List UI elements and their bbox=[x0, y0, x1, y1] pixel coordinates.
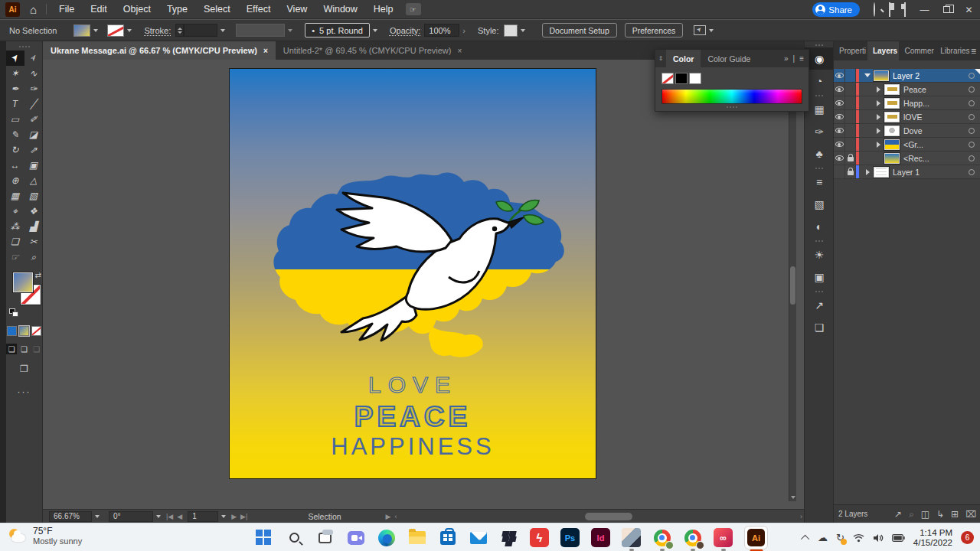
visibility-toggle[interactable] bbox=[834, 110, 845, 123]
layer-thumbnail[interactable] bbox=[884, 98, 900, 109]
artboard-number-field[interactable]: 1 bbox=[188, 511, 218, 522]
task-view-icon[interactable] bbox=[315, 528, 335, 547]
symbols-icon[interactable]: ♣ bbox=[805, 142, 834, 165]
tab-color[interactable]: Color bbox=[666, 50, 701, 67]
panel-resize-grip[interactable] bbox=[662, 106, 802, 108]
opacity-label[interactable]: Opacity: bbox=[390, 26, 420, 35]
hand-tool[interactable]: ☞ bbox=[6, 249, 24, 265]
lock-toggle[interactable] bbox=[845, 138, 856, 151]
notification-badge[interactable]: 6 bbox=[961, 531, 974, 544]
curvature-tool[interactable]: ✑ bbox=[24, 81, 43, 96]
new-layer-icon[interactable]: ⊞ bbox=[951, 509, 959, 520]
visibility-toggle[interactable] bbox=[834, 138, 845, 151]
pen-tool[interactable]: ✒ bbox=[6, 81, 24, 96]
fill-color-well[interactable] bbox=[13, 272, 33, 292]
ukraine-dove-artwork[interactable] bbox=[251, 170, 569, 369]
layer-row-happiness[interactable]: Happ... bbox=[834, 96, 980, 110]
close-tab-icon[interactable]: × bbox=[457, 47, 462, 55]
layer-row-love[interactable]: lOVE bbox=[834, 110, 980, 124]
menu-file[interactable]: File bbox=[59, 4, 74, 15]
share-button[interactable]: Share bbox=[812, 2, 860, 17]
document-tab-inactive[interactable]: Untitled-2* @ 69.45 % (CMYK/CPU Preview)… bbox=[276, 41, 469, 60]
file-explorer-icon[interactable] bbox=[407, 528, 426, 547]
chevron-right-icon[interactable] bbox=[874, 86, 882, 93]
visibility-toggle[interactable] bbox=[834, 96, 845, 109]
graphic-styles-icon[interactable]: ▣ bbox=[805, 266, 834, 288]
layer-thumbnail[interactable] bbox=[884, 84, 900, 95]
lock-toggle[interactable] bbox=[845, 96, 856, 109]
lock-toggle[interactable] bbox=[845, 69, 856, 82]
microsoft-store-icon[interactable] bbox=[438, 528, 457, 547]
zoom-level-field[interactable]: 66.67% bbox=[49, 511, 92, 522]
next-artboard-icon[interactable]: ▶ bbox=[231, 513, 237, 520]
black-swatch[interactable] bbox=[675, 73, 688, 84]
target-circle-icon[interactable] bbox=[969, 142, 975, 148]
visibility-toggle[interactable] bbox=[834, 152, 845, 165]
scroll-left-icon[interactable]: ‹ bbox=[395, 513, 397, 520]
chat-icon[interactable] bbox=[346, 528, 365, 547]
target-circle-icon[interactable] bbox=[969, 114, 975, 120]
canvas[interactable]: LOVE PEACE HAPPINESS bbox=[43, 60, 796, 509]
first-artboard-icon[interactable]: |◀ bbox=[166, 513, 173, 520]
onedrive-icon[interactable]: ☁ bbox=[818, 532, 828, 543]
target-circle-icon[interactable] bbox=[969, 73, 975, 79]
rectangle-tool[interactable]: ▭ bbox=[6, 112, 24, 127]
scroll-down-icon[interactable] bbox=[791, 496, 795, 499]
layer-row-layer1[interactable]: Layer 1 bbox=[834, 165, 980, 179]
make-clipping-mask-icon[interactable]: ◫ bbox=[921, 509, 929, 520]
layer-thumbnail[interactable] bbox=[884, 139, 900, 150]
selection-tools-panel-icon[interactable] bbox=[694, 25, 714, 35]
visibility-toggle[interactable] bbox=[834, 124, 845, 137]
eraser-tool[interactable]: ◪ bbox=[24, 127, 43, 142]
chevron-down-icon[interactable] bbox=[864, 73, 871, 77]
crimea-shape[interactable] bbox=[429, 328, 483, 357]
lasso-tool[interactable]: ∿ bbox=[24, 66, 43, 81]
lock-toggle[interactable] bbox=[845, 110, 856, 123]
lock-toggle[interactable] bbox=[845, 124, 856, 137]
stroke-weight-field[interactable] bbox=[184, 24, 217, 37]
target-circle-icon[interactable] bbox=[969, 128, 975, 134]
style-dropdown-icon[interactable] bbox=[521, 29, 525, 32]
brushes-icon[interactable]: ✑ bbox=[805, 120, 834, 142]
tab-layers[interactable]: Layers bbox=[867, 41, 900, 60]
horizontal-scrollbar-thumb[interactable] bbox=[585, 513, 632, 520]
lightning-app-icon[interactable]: ϟ bbox=[530, 528, 549, 547]
white-swatch[interactable] bbox=[689, 73, 701, 84]
ukraine-map[interactable] bbox=[251, 170, 569, 369]
wifi-icon[interactable] bbox=[853, 533, 864, 543]
sync-icon[interactable]: ↻ bbox=[836, 532, 844, 543]
tab-color-guide[interactable]: Color Guide bbox=[701, 50, 757, 67]
zoom-dropdown-icon[interactable] bbox=[95, 515, 100, 518]
width-tool[interactable]: ↔ bbox=[6, 158, 24, 173]
edge-icon[interactable] bbox=[377, 528, 396, 547]
last-artboard-icon[interactable]: ▶| bbox=[240, 513, 247, 520]
target-circle-icon[interactable] bbox=[969, 100, 975, 106]
layer-thumbnail[interactable] bbox=[874, 70, 889, 81]
fill-swatch[interactable] bbox=[74, 24, 90, 37]
change-screen-mode-icon[interactable]: ❐ bbox=[18, 364, 31, 374]
direct-selection-tool[interactable]: ➢ bbox=[24, 51, 43, 66]
new-sublayer-icon[interactable]: ↳ bbox=[936, 509, 944, 520]
love-text[interactable]: LOVE bbox=[230, 372, 596, 398]
menu-type[interactable]: Type bbox=[167, 4, 188, 15]
edit-toolbar-icon[interactable]: ··· bbox=[6, 386, 42, 397]
vertical-scrollbar-thumb[interactable] bbox=[790, 266, 795, 305]
gradient-button[interactable] bbox=[19, 326, 29, 336]
selection-tool[interactable]: ➤ bbox=[6, 51, 24, 66]
mail-icon[interactable] bbox=[469, 528, 488, 547]
document-setup-button[interactable]: Document Setup bbox=[542, 23, 617, 37]
weather-widget[interactable]: 75°F Mostly sunny bbox=[8, 526, 82, 546]
rotate-tool[interactable]: ↻ bbox=[6, 142, 24, 158]
free-transform-tool[interactable]: ▣ bbox=[24, 158, 43, 173]
clock-widget[interactable]: 1:14 PM 4/15/2022 bbox=[913, 528, 952, 548]
battery-icon[interactable] bbox=[892, 534, 905, 542]
layer-thumbnail[interactable] bbox=[884, 153, 900, 164]
chevron-right-icon[interactable] bbox=[874, 128, 882, 134]
search-icon[interactable] bbox=[874, 3, 875, 17]
scroll-right-icon[interactable]: › bbox=[800, 513, 802, 520]
dropbox-icon[interactable] bbox=[499, 528, 518, 547]
peace-text[interactable]: PEACE bbox=[230, 401, 596, 433]
indesign-icon[interactable]: Id bbox=[591, 528, 610, 547]
close-button[interactable]: ✕ bbox=[958, 0, 980, 19]
brush-definition-button[interactable]: •5 pt. Round bbox=[305, 23, 370, 37]
